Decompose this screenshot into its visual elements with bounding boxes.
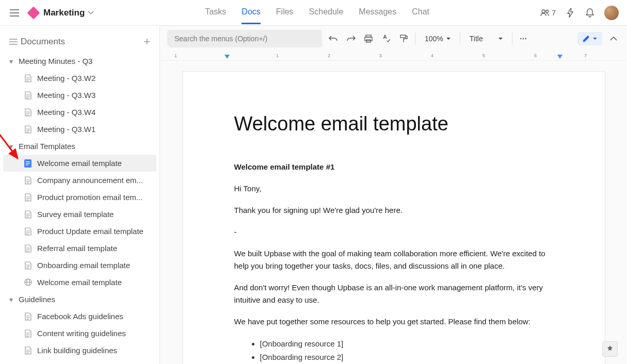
doc-icon xyxy=(24,176,32,185)
add-document-button[interactable]: + xyxy=(143,35,150,48)
tab-docs[interactable]: Docs xyxy=(242,1,260,24)
sidebar-item[interactable]: Product Update email template xyxy=(0,223,159,240)
doc-icon xyxy=(24,159,32,168)
doc-icon xyxy=(24,125,32,134)
document-scroll[interactable]: Welcome email template Welcome email tem… xyxy=(160,61,627,364)
redo-button[interactable] xyxy=(345,32,357,45)
sidebar-item[interactable]: Welcome email template xyxy=(3,155,156,172)
doc-title[interactable]: Welcome email template xyxy=(234,113,553,135)
doc-icon xyxy=(24,329,32,338)
bell-icon[interactable] xyxy=(585,8,595,18)
separator xyxy=(512,32,512,45)
tab-messages[interactable]: Messages xyxy=(359,1,396,24)
print-button[interactable] xyxy=(362,32,375,45)
doc-paragraph[interactable]: - xyxy=(234,226,553,238)
sidebar-item-label: Product Update email template xyxy=(37,227,143,236)
doc-paragraph[interactable]: Hi Tony, xyxy=(234,183,553,195)
sidebar-item[interactable]: Facebook Ads guidelines xyxy=(0,308,159,325)
svg-rect-49 xyxy=(365,37,372,41)
undo-button[interactable] xyxy=(327,32,340,45)
doc-icon xyxy=(24,91,32,100)
sidebar-item[interactable]: Company announcement em... xyxy=(0,172,159,189)
sidebar-item[interactable]: Meeting - Q3.W3 xyxy=(0,87,159,104)
doc-icon xyxy=(24,278,32,287)
folder-label: Guidelines xyxy=(19,295,55,304)
sidebar-item[interactable]: Welcome email template xyxy=(0,274,159,291)
sidebar-item-label: Content writing guidelines xyxy=(37,329,126,338)
sidebar-item[interactable]: Meeting - Q3.W2 xyxy=(0,70,159,87)
sidebar-item[interactable]: Product promotion email tem... xyxy=(0,189,159,206)
sidebar-item-label: Welcome email template xyxy=(37,159,122,168)
doc-icon xyxy=(24,108,32,117)
edit-mode-button[interactable] xyxy=(577,32,602,45)
doc-subtitle[interactable]: Welcome email template #1 xyxy=(234,161,553,173)
document-page[interactable]: Welcome email template Welcome email tem… xyxy=(182,71,605,364)
sidebar-item-label: Link building guidelines xyxy=(37,346,117,355)
list-icon xyxy=(9,39,18,45)
zoom-selector[interactable]: 100% xyxy=(421,35,455,43)
doc-paragraph[interactable]: We have put together some resources to h… xyxy=(234,316,553,328)
sidebar-item[interactable]: Referral email template xyxy=(0,240,159,257)
doc-list[interactable]: [Onboarding resource 1] [Onboarding reso… xyxy=(260,337,553,364)
svg-point-1 xyxy=(546,10,549,12)
menu-search-input[interactable]: Search the menus (Option+/) xyxy=(167,30,322,47)
chevron-down-icon: ▾ xyxy=(9,295,17,304)
sidebar-item-label: Welcome email template xyxy=(37,278,122,287)
style-selector[interactable]: Title xyxy=(465,35,507,43)
ruler-right-marker[interactable] xyxy=(557,55,562,59)
members-count[interactable]: 7 xyxy=(540,9,556,17)
sidebar-item[interactable]: Meeting - Q3.W1 xyxy=(0,121,159,138)
svg-point-0 xyxy=(542,10,545,13)
chevron-down-icon: ▾ xyxy=(9,142,17,151)
doc-icon xyxy=(24,261,32,270)
sidebar-item[interactable]: Content writing guidelines xyxy=(0,325,159,342)
header-right: 7 xyxy=(540,6,619,20)
svg-rect-15 xyxy=(26,161,30,162)
user-avatar[interactable] xyxy=(604,6,619,20)
style-value: Title xyxy=(470,35,483,43)
more-options-button[interactable]: ⋯ xyxy=(518,32,530,45)
sidebar-item-label: Meeting - Q3.W2 xyxy=(37,74,95,82)
lightning-icon[interactable] xyxy=(565,8,575,18)
collapse-button[interactable] xyxy=(607,32,620,45)
tab-files[interactable]: Files xyxy=(276,1,294,24)
separator xyxy=(415,32,415,45)
svg-rect-17 xyxy=(26,164,28,165)
doc-list-item[interactable]: [Onboarding resource 2] xyxy=(260,351,553,364)
tab-chat[interactable]: Chat xyxy=(412,1,429,24)
doc-paragraph[interactable]: Thank you for signing up! We're glad you… xyxy=(234,204,553,217)
zoom-value: 100% xyxy=(425,35,443,43)
doc-paragraph[interactable]: And don't worry! Even though Upbase is a… xyxy=(234,282,553,306)
sidebar-item[interactable]: Survey email template xyxy=(0,206,159,223)
paint-format-button[interactable] xyxy=(397,32,410,45)
folder-label: Email Templates xyxy=(19,142,75,151)
members-number: 7 xyxy=(552,9,556,17)
doc-paragraph[interactable]: We built Upbase with the goal of making … xyxy=(234,247,553,272)
content-area: Search the menus (Option+/) 100% xyxy=(160,26,627,364)
tab-schedule[interactable]: Schedule xyxy=(309,1,344,24)
folder-guidelines[interactable]: ▾ Guidelines xyxy=(0,291,159,308)
spellcheck-button[interactable] xyxy=(380,32,392,45)
ruler-left-marker[interactable] xyxy=(224,55,230,59)
sidebar-item[interactable]: Meeting - Q3.W4 xyxy=(0,104,159,121)
project-name: Marketing xyxy=(43,8,85,18)
ruler[interactable]: 1 1 2 3 4 5 6 7 xyxy=(160,52,627,61)
chevron-down-icon xyxy=(88,11,94,15)
search-placeholder: Search the menus (Option+/) xyxy=(174,35,267,43)
folder-meeting-minutes[interactable]: ▾ Meeting Minutes - Q3 xyxy=(0,53,159,70)
main-menu-button[interactable] xyxy=(8,7,21,19)
doc-list-item[interactable]: [Onboarding resource 1] xyxy=(260,337,553,351)
doc-icon xyxy=(24,227,32,236)
sidebar-header: Documents + xyxy=(0,31,159,53)
sidebar-item[interactable]: Onboarding email template xyxy=(0,257,159,274)
project-selector[interactable]: Marketing xyxy=(29,8,94,18)
explore-button[interactable] xyxy=(602,341,618,357)
doc-icon xyxy=(24,346,32,355)
tab-tasks[interactable]: Tasks xyxy=(205,1,226,24)
sidebar-item-label: Referral email template xyxy=(37,244,117,253)
nav-tabs: Tasks Docs Files Schedule Messages Chat xyxy=(205,1,429,24)
sidebar-item-label: Survey email template xyxy=(37,210,114,219)
folder-email-templates[interactable]: ▾ Email Templates xyxy=(0,138,159,155)
doc-icon xyxy=(24,74,32,82)
sidebar-item[interactable]: Link building guidelines xyxy=(0,342,159,359)
